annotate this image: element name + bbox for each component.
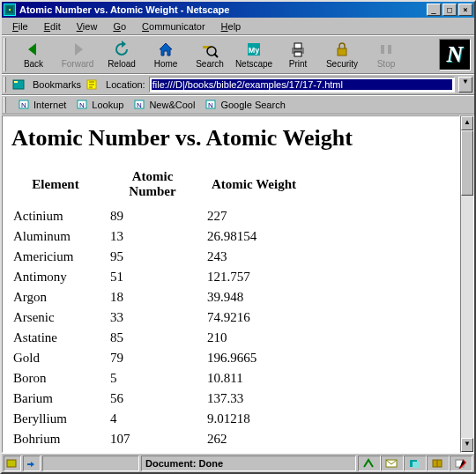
- cell-el: Barium: [11, 389, 108, 409]
- location-input[interactable]: file:///D|/books/bible2/examples/17/17-7…: [149, 77, 455, 93]
- svg-rect-8: [338, 48, 346, 56]
- cell-num: 5: [108, 368, 205, 389]
- link-google[interactable]: N Google Search: [205, 100, 285, 110]
- cell-num: 18: [108, 287, 205, 307]
- cell-el: Bohrium: [11, 429, 108, 449]
- netscape-logo-icon: N: [447, 41, 464, 68]
- cell-wt: 210: [205, 328, 311, 348]
- back-button[interactable]: Back: [11, 37, 56, 72]
- scroll-down-button[interactable]: ▼: [461, 438, 473, 452]
- reload-button[interactable]: Reload: [100, 37, 144, 72]
- maximize-button[interactable]: □: [443, 4, 457, 16]
- bookmark-icon: N: [19, 100, 31, 110]
- tray-address-icon[interactable]: [427, 455, 450, 471]
- print-label: Print: [289, 59, 308, 69]
- table-row: Argon1839.948: [11, 287, 311, 307]
- cell-el: Arsenic: [11, 307, 108, 328]
- table-row: Arsenic3374.9216: [11, 307, 311, 328]
- elements-table: Element Atomic Number Atomic Weight Acti…: [11, 167, 311, 453]
- table-row: Boron510.811: [11, 368, 311, 389]
- home-label: Home: [154, 59, 178, 69]
- scroll-track[interactable]: [461, 130, 473, 438]
- cell-num: 56: [108, 389, 205, 409]
- bookmarks-button[interactable]: Bookmarks: [33, 79, 81, 90]
- cell-num: 51: [108, 267, 205, 287]
- security-label: Security: [326, 59, 358, 69]
- menu-file[interactable]: File: [5, 19, 35, 33]
- cell-el: Beryllium: [11, 409, 108, 429]
- menu-help[interactable]: Help: [214, 19, 249, 33]
- status-component-icon[interactable]: [4, 455, 21, 471]
- home-button[interactable]: Home: [144, 37, 188, 72]
- netscape-button[interactable]: My Netscape: [232, 37, 276, 72]
- bookmarks-icon[interactable]: [11, 78, 27, 92]
- link-internet[interactable]: N Internet: [19, 100, 66, 110]
- link-internet-label: Internet: [33, 100, 66, 110]
- search-label: Search: [196, 59, 224, 69]
- location-value: file:///D|/books/bible2/examples/17/17-7…: [152, 79, 452, 90]
- security-button[interactable]: Security: [320, 37, 364, 72]
- content-area: Atomic Number vs. Atomic Weight Element …: [2, 115, 474, 453]
- cell-el: Americium: [11, 247, 108, 267]
- location-dropdown-button[interactable]: ▼: [458, 77, 472, 93]
- search-button[interactable]: Search: [188, 37, 232, 72]
- bookmark-icon: N: [134, 100, 146, 110]
- menu-communicator[interactable]: Communicator: [135, 19, 212, 33]
- table-header-row: Element Atomic Number Atomic Weight: [11, 167, 311, 206]
- scroll-up-button[interactable]: ▲: [461, 116, 473, 130]
- tray-navigator-icon[interactable]: [358, 455, 381, 471]
- table-row: Actinium89227: [11, 206, 311, 226]
- forward-button: Forward: [56, 37, 100, 72]
- table-row: Aluminum1326.98154: [11, 226, 311, 247]
- status-message: Document: Done: [141, 455, 356, 471]
- tray-composer-icon[interactable]: [450, 455, 472, 471]
- bookmark-icon: N: [205, 100, 218, 110]
- cell-wt: 262: [205, 429, 311, 449]
- link-lookup[interactable]: N Lookup: [77, 100, 123, 110]
- menu-edit[interactable]: Edit: [37, 19, 68, 33]
- print-button[interactable]: Print: [276, 37, 320, 72]
- cell-wt: 10.811: [205, 368, 311, 389]
- search-icon: [200, 41, 219, 58]
- cell-num: 89: [108, 206, 205, 226]
- netscape-label: Netscape: [235, 59, 272, 69]
- location-bar: Bookmarks Location: file:///D|/books/bib…: [2, 74, 474, 95]
- cell-wt: 137.33: [205, 389, 311, 409]
- scroll-thumb[interactable]: [461, 130, 473, 196]
- personal-toolbar: N Internet N Lookup N New&Cool N Google …: [2, 95, 474, 115]
- cell-el: Actinium: [11, 206, 108, 226]
- main-toolbar: Back Forward Reload Home Search My Netsc…: [2, 35, 474, 74]
- status-progress: [42, 455, 139, 471]
- minimize-button[interactable]: _: [427, 4, 441, 16]
- svg-text:N: N: [138, 101, 143, 109]
- link-newcool[interactable]: N New&Cool: [134, 100, 195, 110]
- menu-go[interactable]: Go: [106, 19, 133, 33]
- tray-mail-icon[interactable]: [381, 455, 404, 471]
- print-icon: [288, 41, 308, 58]
- svg-text:N: N: [208, 101, 213, 109]
- status-tray: [358, 455, 472, 471]
- cell-el: Astatine: [11, 328, 108, 348]
- netscape-throbber[interactable]: N: [439, 39, 471, 70]
- status-online-icon[interactable]: [23, 455, 41, 471]
- menu-view[interactable]: View: [70, 19, 105, 33]
- svg-rect-9: [381, 45, 384, 54]
- cell-num: 4: [108, 409, 205, 429]
- svg-text:N: N: [21, 101, 26, 109]
- svg-text:N: N: [79, 101, 85, 109]
- forward-icon: [68, 41, 87, 58]
- link-newcool-label: New&Cool: [149, 100, 195, 110]
- table-row: Gold79196.9665: [11, 348, 311, 368]
- toolbar-gripper[interactable]: [4, 38, 6, 71]
- col-atomic-number: Atomic Number: [108, 167, 205, 206]
- locbar-gripper[interactable]: [4, 77, 6, 93]
- cell-el: Antimony: [11, 267, 108, 287]
- link-google-label: Google Search: [220, 100, 285, 110]
- linkbar-gripper[interactable]: [4, 97, 6, 113]
- close-button[interactable]: ×: [458, 4, 472, 16]
- cell-el: Aluminum: [11, 226, 108, 247]
- vertical-scrollbar[interactable]: ▲ ▼: [460, 115, 474, 453]
- cell-el: Gold: [11, 348, 108, 368]
- tray-news-icon[interactable]: [404, 455, 427, 471]
- location-icon[interactable]: [85, 78, 100, 92]
